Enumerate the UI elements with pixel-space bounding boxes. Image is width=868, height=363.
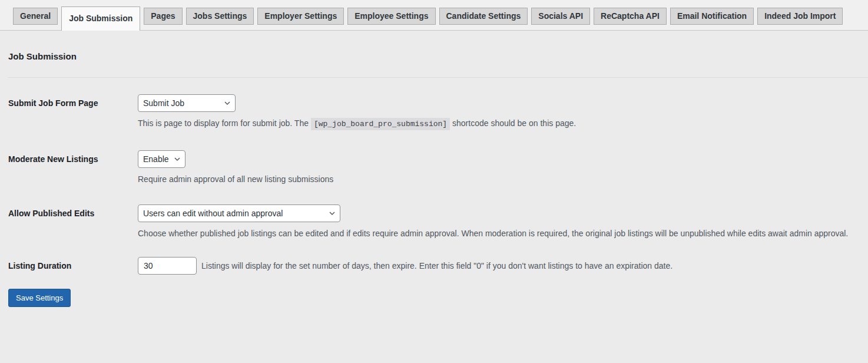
page-title: Job Submission — [0, 31, 868, 61]
moderate-new-listings-select-wrap: Enable — [138, 150, 185, 168]
allow-published-edits-description: Choose whether published job listings ca… — [138, 227, 860, 239]
listing-duration-description: Listings will display for the set number… — [201, 261, 672, 270]
moderate-new-listings-label: Moderate New Listings — [8, 150, 138, 164]
settings-tab-bar: General Job Submission Pages Jobs Settin… — [0, 0, 868, 31]
field-row-allow-published-edits: Allow Published Edits Users can edit wit… — [8, 204, 860, 239]
moderate-new-listings-select[interactable]: Enable — [138, 150, 185, 168]
submit-job-form-page-label: Submit Job Form Page — [8, 94, 138, 108]
listing-duration-input[interactable] — [138, 257, 197, 275]
tab-job-submission[interactable]: Job Submission — [61, 6, 140, 31]
tab-jobs-settings[interactable]: Jobs Settings — [186, 8, 254, 25]
submit-job-form-page-select-wrap: Submit Job — [138, 94, 236, 112]
submit-job-form-page-description: This is page to display form for submit … — [138, 117, 860, 130]
job-submission-settings-form: Submit Job Form Page Submit Job This is … — [0, 78, 868, 307]
submit-job-form-page-select[interactable]: Submit Job — [138, 94, 236, 112]
listing-duration-label: Listing Duration — [8, 257, 138, 270]
tab-socials-api[interactable]: Socials API — [531, 8, 590, 25]
field-row-listing-duration: Listing Duration Listings will display f… — [8, 257, 860, 275]
tab-employer-settings[interactable]: Employer Settings — [257, 8, 344, 25]
field-row-submit-job-form-page: Submit Job Form Page Submit Job This is … — [8, 94, 860, 130]
tab-recaptcha-api[interactable]: ReCaptcha API — [594, 8, 667, 25]
moderate-new-listings-description: Require admin approval of all new listin… — [138, 173, 860, 185]
field-row-moderate-new-listings: Moderate New Listings Enable Require adm… — [8, 150, 860, 185]
submission-shortcode: [wp_job_board_pro_submission] — [311, 118, 450, 130]
tab-general[interactable]: General — [13, 8, 58, 25]
allow-published-edits-select-wrap: Users can edit without admin approval — [138, 204, 340, 222]
tab-email-notification[interactable]: Email Notification — [670, 8, 754, 25]
tab-indeed-job-import[interactable]: Indeed Job Import — [757, 8, 843, 25]
tab-candidate-settings[interactable]: Candidate Settings — [439, 8, 528, 25]
allow-published-edits-label: Allow Published Edits — [8, 204, 138, 218]
save-settings-button[interactable]: Save Settings — [8, 289, 71, 307]
tab-employee-settings[interactable]: Employee Settings — [347, 8, 435, 25]
allow-published-edits-select[interactable]: Users can edit without admin approval — [138, 204, 340, 222]
tab-pages[interactable]: Pages — [144, 8, 182, 25]
